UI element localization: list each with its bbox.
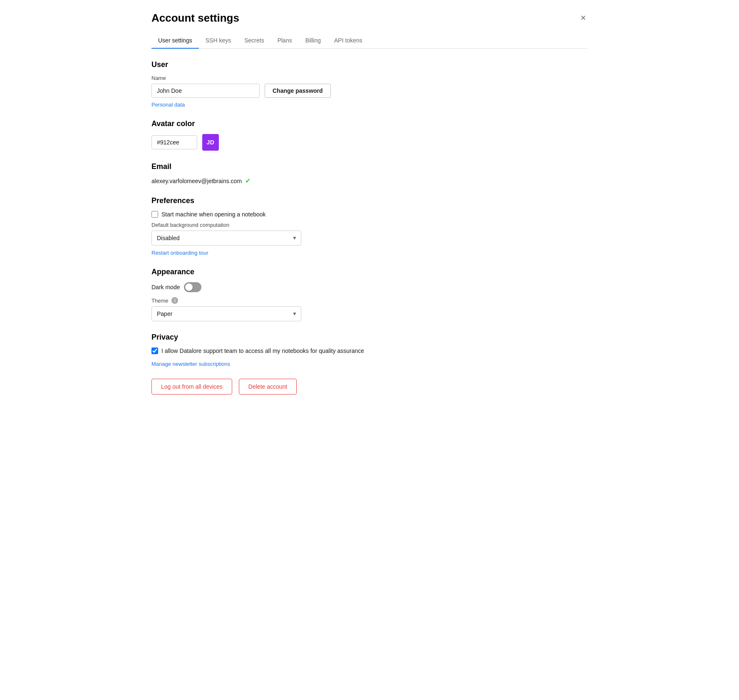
privacy-section: Privacy I allow Datalore support team to… [151, 333, 588, 367]
user-section-title: User [151, 60, 588, 69]
appearance-section: Appearance Dark mode Theme i Paper Defau… [151, 268, 588, 321]
tabs-bar: User settings SSH keys Secrets Plans Bil… [151, 33, 588, 49]
dark-mode-label: Dark mode [151, 284, 180, 290]
tab-secrets[interactable]: Secrets [238, 33, 270, 49]
account-settings-modal: Account settings × User settings SSH key… [136, 0, 603, 441]
change-password-button[interactable]: Change password [265, 84, 331, 98]
restart-onboarding-link[interactable]: Restart onboarding tour [151, 250, 208, 256]
tab-user-settings[interactable]: User settings [151, 33, 199, 49]
personal-data-link[interactable]: Personal data [151, 102, 185, 108]
avatar-section: Avatar color JD [151, 119, 588, 151]
theme-info-icon[interactable]: i [171, 297, 178, 304]
tab-ssh-keys[interactable]: SSH keys [199, 33, 238, 49]
bg-computation-select[interactable]: Disabled Enabled [151, 231, 301, 246]
allow-access-label: I allow Datalore support team to access … [161, 348, 364, 354]
email-value: alexey.varfolomeev@jetbrains.com [151, 178, 242, 184]
allow-access-row: I allow Datalore support team to access … [151, 348, 588, 354]
name-label: Name [151, 75, 588, 81]
modal-header: Account settings × [151, 12, 588, 25]
privacy-section-title: Privacy [151, 333, 588, 342]
email-section: Email alexey.varfolomeev@jetbrains.com ✔ [151, 162, 588, 185]
user-section: User Name Change password Personal data [151, 60, 588, 108]
bg-computation-label: Default background computation [151, 222, 588, 228]
logout-all-devices-button[interactable]: Log out from all devices [151, 379, 232, 395]
theme-label: Theme [151, 298, 168, 304]
avatar-section-title: Avatar color [151, 119, 588, 128]
theme-row: Theme i [151, 297, 588, 304]
email-row: alexey.varfolomeev@jetbrains.com ✔ [151, 177, 588, 185]
color-input[interactable] [151, 135, 197, 149]
start-machine-checkbox[interactable] [151, 211, 158, 218]
bg-computation-select-wrapper: Disabled Enabled ▼ [151, 231, 301, 246]
appearance-section-title: Appearance [151, 268, 588, 276]
dark-mode-toggle[interactable] [184, 282, 201, 292]
manage-newsletter-link[interactable]: Manage newsletter subscriptions [151, 361, 230, 367]
theme-select-wrapper: Paper Default Dark ▼ [151, 306, 301, 321]
tab-plans[interactable]: Plans [271, 33, 299, 49]
delete-account-button[interactable]: Delete account [239, 379, 297, 395]
name-row: Change password [151, 84, 588, 98]
allow-access-checkbox[interactable] [151, 348, 158, 354]
preferences-section-title: Preferences [151, 196, 588, 205]
avatar-preview: JD [202, 134, 219, 151]
close-button[interactable]: × [579, 12, 588, 24]
start-machine-row: Start machine when opening a notebook [151, 211, 588, 218]
action-buttons: Log out from all devices Delete account [151, 379, 588, 395]
tab-api-tokens[interactable]: API tokens [327, 33, 369, 49]
verified-icon: ✔ [245, 177, 250, 185]
email-section-title: Email [151, 162, 588, 171]
name-input[interactable] [151, 84, 260, 98]
dark-mode-row: Dark mode [151, 282, 588, 292]
avatar-row: JD [151, 134, 588, 151]
toggle-thumb [185, 283, 193, 291]
tab-billing[interactable]: Billing [299, 33, 327, 49]
preferences-section: Preferences Start machine when opening a… [151, 196, 588, 256]
toggle-track[interactable] [184, 282, 201, 292]
avatar-initials: JD [207, 139, 215, 146]
theme-select[interactable]: Paper Default Dark [151, 306, 301, 321]
start-machine-label: Start machine when opening a notebook [161, 211, 266, 218]
modal-title: Account settings [151, 12, 239, 25]
